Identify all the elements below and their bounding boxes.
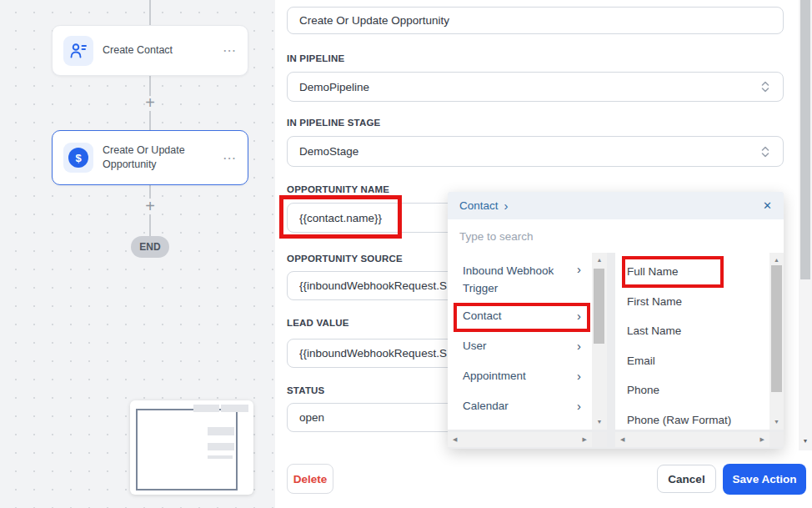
chevron-right-icon: › bbox=[504, 200, 509, 211]
select-chevrons-icon bbox=[759, 80, 771, 93]
scrollbar-thumb[interactable] bbox=[594, 269, 604, 344]
category-item-appointment[interactable]: Appointment › bbox=[448, 360, 592, 390]
in-pipeline-stage-label: IN PIPELINE STAGE bbox=[287, 118, 380, 128]
minimap-bar bbox=[208, 427, 234, 435]
node-label: Create Or Update Opportunity bbox=[103, 143, 213, 173]
search-input[interactable] bbox=[459, 230, 772, 243]
node-create-or-update-opportunity[interactable]: $ Create Or Update Opportunity ⋯ bbox=[52, 130, 248, 185]
category-list-hscrollbar[interactable]: ◀ ▶ bbox=[448, 432, 592, 447]
popover-header: Contact › ✕ bbox=[448, 192, 784, 219]
scroll-left-icon[interactable]: ◀ bbox=[620, 432, 624, 447]
scroll-left-icon[interactable]: ◀ bbox=[453, 432, 457, 447]
delete-button[interactable]: Delete bbox=[287, 464, 333, 494]
field-item-full-name[interactable]: Full Name bbox=[615, 257, 769, 287]
add-step-button[interactable]: + bbox=[141, 198, 159, 214]
panel-scroll-down-icon[interactable]: ▼ bbox=[799, 435, 812, 447]
category-label: User bbox=[463, 340, 487, 352]
category-label: Inbound Webhook Trigger bbox=[463, 263, 561, 298]
category-label: Membership bbox=[463, 430, 524, 430]
end-badge: END bbox=[131, 236, 169, 258]
action-name-input[interactable] bbox=[287, 7, 784, 34]
scroll-up-icon[interactable]: ▲ bbox=[769, 256, 784, 264]
close-icon[interactable]: ✕ bbox=[763, 199, 772, 212]
chevron-right-icon: › bbox=[577, 309, 581, 322]
dollar-icon: $ bbox=[68, 148, 88, 168]
category-label: Appointment bbox=[463, 370, 526, 382]
field-item-last-name[interactable]: Last Name bbox=[615, 316, 769, 346]
scrollbar-thumb[interactable] bbox=[771, 265, 782, 392]
scroll-up-icon[interactable]: ▲ bbox=[592, 256, 607, 264]
field-item-first-name[interactable]: First Name bbox=[615, 287, 769, 317]
minimap[interactable] bbox=[130, 400, 253, 495]
panel-scrollbar-thumb[interactable] bbox=[800, 0, 810, 279]
cancel-button[interactable]: Cancel bbox=[657, 465, 716, 493]
field-item-phone[interactable]: Phone bbox=[615, 375, 769, 405]
category-item-user[interactable]: User › bbox=[448, 330, 592, 360]
contact-icon bbox=[63, 36, 93, 66]
chevron-right-icon: › bbox=[577, 263, 581, 275]
minimap-bar bbox=[208, 455, 233, 459]
category-label: Contact bbox=[463, 309, 502, 322]
scroll-right-icon[interactable]: ▶ bbox=[583, 432, 587, 447]
breadcrumb[interactable]: Contact bbox=[459, 199, 499, 212]
pipeline-stage-select-value: DemoStage bbox=[299, 145, 358, 158]
variable-picker-popover: Contact › ✕ Inbound Webhook Trigger › Co… bbox=[448, 192, 784, 449]
pipeline-select-value: DemoPipeline bbox=[299, 81, 369, 93]
scroll-down-icon[interactable]: ▼ bbox=[769, 418, 784, 426]
chevron-right-icon: › bbox=[577, 370, 581, 382]
field-list-hscrollbar[interactable]: ◀ ▶ bbox=[615, 432, 769, 447]
popover-search bbox=[448, 219, 784, 253]
category-item-inbound-webhook-trigger[interactable]: Inbound Webhook Trigger › bbox=[448, 257, 592, 300]
category-label: Calendar bbox=[463, 400, 509, 412]
connector-line bbox=[149, 111, 151, 130]
scroll-down-icon[interactable]: ▼ bbox=[592, 418, 607, 426]
in-pipeline-label: IN PIPELINE bbox=[287, 53, 344, 63]
category-item-calendar[interactable]: Calendar › bbox=[448, 390, 592, 420]
status-label: STATUS bbox=[287, 385, 325, 395]
workflow-canvas[interactable]: Create Contact ⋯ + $ Create Or Update Op… bbox=[0, 0, 275, 508]
field-item-phone-raw-format[interactable]: Phone (Raw Format) bbox=[615, 405, 769, 430]
connector-line bbox=[149, 214, 151, 237]
opportunity-source-label: OPPORTUNITY SOURCE bbox=[287, 254, 403, 264]
scroll-right-icon[interactable]: ▶ bbox=[760, 432, 764, 447]
lead-value-label: LEAD VALUE bbox=[287, 318, 349, 328]
scrollbar-corner bbox=[769, 432, 784, 447]
node-menu-icon[interactable]: ⋯ bbox=[223, 43, 237, 58]
minimap-bar bbox=[193, 405, 219, 412]
field-item-email[interactable]: Email bbox=[615, 346, 769, 376]
select-chevrons-icon bbox=[759, 145, 771, 158]
minimap-bar bbox=[208, 443, 234, 450]
opportunity-name-label: OPPORTUNITY NAME bbox=[287, 184, 389, 194]
scrollbar-corner bbox=[592, 432, 607, 447]
chevron-right-icon: › bbox=[577, 400, 581, 412]
add-step-button[interactable]: + bbox=[141, 94, 159, 111]
save-action-button[interactable]: Save Action bbox=[723, 464, 806, 495]
field-list-scrollbar[interactable]: ▲ ▼ bbox=[769, 253, 784, 430]
field-list: Full Name First Name Last Name Email Pho… bbox=[615, 253, 769, 430]
workflow-builder: Create Contact ⋯ + $ Create Or Update Op… bbox=[0, 0, 812, 508]
pipeline-select[interactable]: DemoPipeline bbox=[287, 72, 784, 102]
connector-line bbox=[149, 0, 151, 25]
chevron-right-icon: › bbox=[577, 430, 581, 430]
chevron-right-icon: › bbox=[577, 340, 581, 352]
category-item-contact[interactable]: Contact › bbox=[448, 300, 592, 330]
pipeline-stage-select[interactable]: DemoStage bbox=[287, 136, 784, 167]
minimap-bar bbox=[221, 405, 248, 412]
node-menu-icon[interactable]: ⋯ bbox=[223, 150, 237, 166]
category-list: Inbound Webhook Trigger › Contact › User… bbox=[448, 253, 592, 430]
opportunity-icon: $ bbox=[63, 143, 93, 173]
node-label: Create Contact bbox=[103, 43, 213, 58]
category-list-scrollbar[interactable]: ▲ ▼ bbox=[592, 253, 607, 430]
node-create-contact[interactable]: Create Contact ⋯ bbox=[52, 25, 248, 76]
category-item-partial[interactable]: Membership › bbox=[448, 420, 592, 430]
